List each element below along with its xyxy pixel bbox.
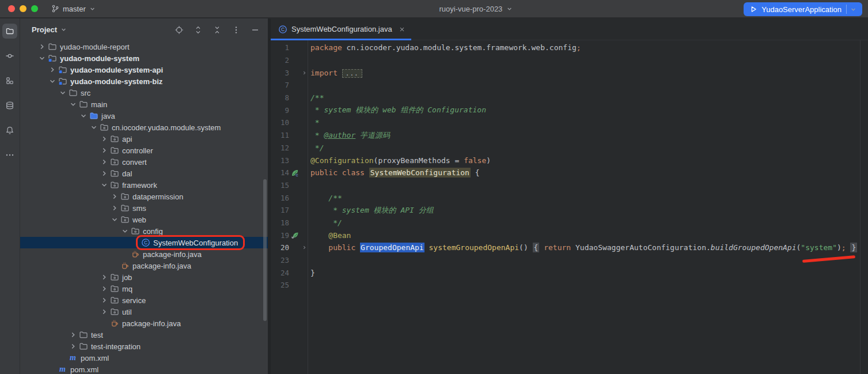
- hide-panel-icon[interactable]: [248, 23, 262, 37]
- chevron-right-icon[interactable]: [99, 169, 109, 178]
- tree-item-test[interactable]: test: [20, 329, 268, 341]
- fold-chevron-icon[interactable]: [301, 70, 308, 76]
- tree-item-main[interactable]: main: [20, 99, 268, 110]
- tree-item-yudao-module-report[interactable]: yudao-module-report: [20, 41, 268, 52]
- tree-item-web[interactable]: web: [20, 214, 268, 225]
- database-icon[interactable]: [2, 98, 17, 113]
- tree-item-service[interactable]: service: [20, 294, 268, 306]
- tree-item-package-info-java[interactable]: package-info.java: [20, 248, 268, 260]
- code-line-11[interactable]: 11 * @author 芋道源码: [271, 129, 868, 142]
- chevron-down-icon[interactable]: [58, 88, 68, 97]
- code-line-25[interactable]: 25: [271, 279, 868, 292]
- code-line-14[interactable]: 14Cpublic class SystemWebConfiguration {: [271, 167, 868, 179]
- folded-imports-badge[interactable]: ...: [342, 69, 362, 78]
- code-editor[interactable]: 1package cn.iocoder.yudao.module.system.…: [271, 40, 868, 292]
- minimize-window-button[interactable]: [20, 5, 26, 12]
- code-line-24[interactable]: 24}: [271, 266, 868, 279]
- chevron-down-icon[interactable]: [120, 226, 130, 236]
- tree-item-job[interactable]: job: [20, 271, 268, 283]
- chevron-down-icon[interactable]: [68, 100, 78, 109]
- close-window-button[interactable]: [8, 5, 15, 12]
- spring-bean-icon[interactable]: C: [289, 168, 301, 177]
- tree-item-package-info-java[interactable]: package-info.java: [20, 318, 268, 329]
- code-line-9[interactable]: 9 * system 模块的 web 组件的 Configuration: [271, 104, 868, 116]
- editor-scrollbar-track[interactable]: [860, 40, 861, 374]
- chevron-down-icon[interactable]: [78, 111, 89, 120]
- tree-item-mq[interactable]: mq: [20, 283, 268, 294]
- code-line-3[interactable]: 3import ...: [271, 66, 868, 79]
- tree-item-pom-xml[interactable]: mpom.xml: [20, 352, 268, 364]
- code-line-10[interactable]: 10 *: [271, 116, 868, 129]
- code-line-18[interactable]: 18 */: [271, 217, 868, 229]
- spring-bean-arrow-icon[interactable]: [289, 231, 301, 240]
- code-line-7[interactable]: 7: [271, 79, 868, 92]
- chevron-right-icon[interactable]: [68, 342, 78, 351]
- tree-item-yudao-module-system-biz[interactable]: yudao-module-system-biz: [20, 75, 268, 87]
- tree-item-convert[interactable]: convert: [20, 156, 268, 168]
- tree-item-package-info-java[interactable]: package-info.java: [20, 260, 268, 271]
- code-line-13[interactable]: 13@Configuration(proxyBeanMethods = fals…: [271, 154, 868, 167]
- chevron-right-icon[interactable]: [47, 65, 58, 74]
- collapse-all-icon[interactable]: [210, 23, 224, 37]
- project-panel-title[interactable]: Project: [32, 25, 57, 34]
- code-line-17[interactable]: 17 * system 模块的 API 分组: [271, 204, 868, 217]
- chevron-down-icon[interactable]: [89, 123, 99, 132]
- tree-item-framework[interactable]: framework: [20, 179, 268, 191]
- code-line-2[interactable]: 2: [271, 54, 868, 67]
- tree-item-datapermission[interactable]: datapermission: [20, 191, 268, 202]
- chevron-right-icon[interactable]: [99, 296, 109, 305]
- editor-tab[interactable]: C SystemWebConfiguration.java: [271, 18, 411, 40]
- chevron-right-icon[interactable]: [68, 330, 78, 339]
- chevron-right-icon[interactable]: [99, 273, 109, 282]
- close-tab-icon[interactable]: [399, 26, 405, 33]
- chevron-right-icon[interactable]: [99, 134, 109, 143]
- tree-item-src[interactable]: src: [20, 87, 268, 99]
- commit-icon[interactable]: [2, 48, 17, 63]
- zoom-window-button[interactable]: [31, 5, 38, 12]
- chevron-right-icon[interactable]: [99, 284, 109, 293]
- chevron-right-icon[interactable]: [109, 192, 120, 201]
- locate-icon[interactable]: [172, 23, 186, 37]
- tree-item-cn-iocoder-yudao-module-system[interactable]: cn.iocoder.yudao.module.system: [20, 122, 268, 133]
- chevron-right-icon[interactable]: [99, 307, 109, 316]
- tree-item-pom-xml[interactable]: mpom.xml: [20, 364, 268, 374]
- chevron-right-icon[interactable]: [99, 146, 109, 155]
- code-line-19[interactable]: 19 @Bean: [271, 229, 868, 241]
- project-title-dropdown[interactable]: ruoyi-vue-pro-2023: [439, 0, 514, 18]
- chevron-right-icon[interactable]: [37, 42, 47, 51]
- run-options-chevron[interactable]: [847, 6, 860, 13]
- project-tree-scrollbar[interactable]: [263, 179, 267, 321]
- code-line-1[interactable]: 1package cn.iocoder.yudao.module.system.…: [271, 41, 868, 54]
- tree-item-dal[interactable]: dal: [20, 168, 268, 179]
- more-icon[interactable]: [2, 148, 17, 163]
- git-branch-widget[interactable]: master: [51, 4, 96, 13]
- tree-item-api[interactable]: api: [20, 133, 268, 145]
- code-line-8[interactable]: 8/**: [271, 92, 868, 104]
- notifications-bell-icon[interactable]: [2, 123, 17, 138]
- chevron-right-icon[interactable]: [109, 203, 120, 213]
- chevron-down-icon[interactable]: [47, 77, 58, 86]
- structure-icon[interactable]: [2, 73, 17, 88]
- tree-item-systemwebconfiguration[interactable]: CSystemWebConfiguration: [20, 237, 268, 248]
- tree-item-java[interactable]: java: [20, 110, 268, 122]
- code-line-20[interactable]: 20 public GroupedOpenApi systemGroupedOp…: [271, 241, 868, 254]
- fold-chevron-icon[interactable]: [301, 244, 308, 251]
- expand-all-icon[interactable]: [191, 23, 205, 37]
- chevron-right-icon[interactable]: [99, 157, 109, 167]
- chevron-down-icon[interactable]: [99, 180, 109, 190]
- options-kebab-icon[interactable]: [229, 23, 243, 37]
- tree-item-yudao-module-system-api[interactable]: yudao-module-system-api: [20, 64, 268, 75]
- code-line-23[interactable]: 23: [271, 254, 868, 267]
- code-line-12[interactable]: 12 */: [271, 142, 868, 154]
- run-button[interactable]: YudaoServerApplication: [744, 2, 862, 16]
- tree-item-controller[interactable]: controller: [20, 145, 268, 156]
- tree-item-util[interactable]: util: [20, 306, 268, 318]
- chevron-down-icon[interactable]: [60, 26, 67, 33]
- code-line-16[interactable]: 16 /**: [271, 191, 868, 204]
- tree-item-yudao-module-system[interactable]: yudao-module-system: [20, 52, 268, 64]
- chevron-down-icon[interactable]: [37, 54, 47, 63]
- tree-item-test-integration[interactable]: test-integration: [20, 341, 268, 352]
- chevron-down-icon[interactable]: [109, 215, 120, 224]
- code-line-15[interactable]: 15: [271, 179, 868, 192]
- tree-item-sms[interactable]: sms: [20, 202, 268, 214]
